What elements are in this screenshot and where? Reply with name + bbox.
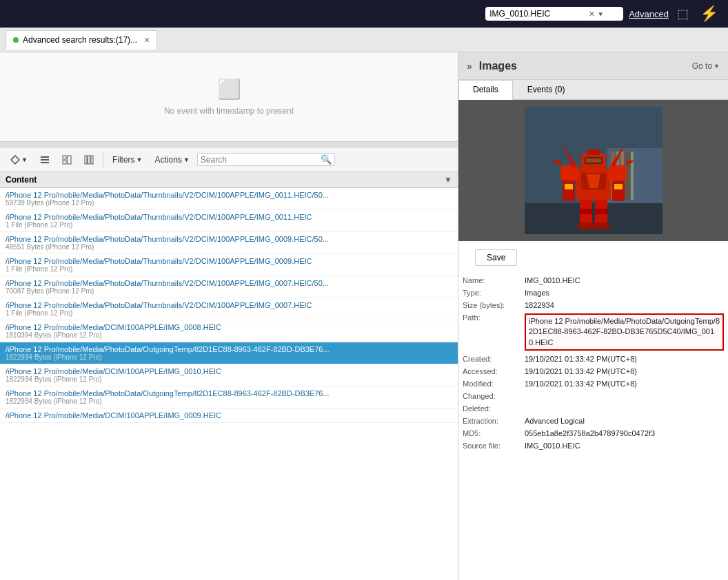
list-item[interactable]: /iPhone 12 Pro/mobile/Media/PhotoData/Th… [0,254,458,276]
detail-value-path: iPhone 12 Pro/mobile/Media/PhotoData/Out… [520,311,728,353]
detail-label: MD5: [458,427,520,439]
detail-view-button[interactable] [57,153,77,167]
content-header: Content ▼ [0,172,458,188]
detail-label: Changed: [458,390,520,402]
list-item[interactable]: /iPhone 12 Pro/mobile/Media/PhotoData/Th… [0,276,458,298]
list-item[interactable]: /iPhone 12 Pro/mobile/Media/DCIM/100APPL… [0,364,458,386]
svg-rect-3 [41,162,49,163]
list-item[interactable]: /iPhone 12 Pro/mobile/Media/PhotoData/Th… [0,210,458,232]
detail-label: Extraction: [458,415,520,427]
goto-button[interactable]: Go to ▼ [692,61,720,71]
svg-rect-35 [580,209,592,214]
list-item[interactable]: /iPhone 12 Pro/mobile/Media/PhotoData/Th… [0,232,458,254]
save-button[interactable]: Save [475,249,517,266]
list-item[interactable]: /iPhone 12 Pro/mobile/Media/DCIM/100APPL… [0,408,458,423]
tag-button[interactable]: ▼ [6,153,32,167]
svg-rect-8 [88,156,90,164]
tab-close-button[interactable]: × [144,34,150,45]
detail-value: IMG_0010.HEIC [520,274,728,287]
goto-label: Go to [692,61,712,71]
horizontal-scrollbar[interactable] [0,142,458,147]
svg-rect-17 [631,152,634,200]
clear-search-icon[interactable]: × [589,8,594,19]
right-panel-title: » Images [467,60,517,72]
search-icon[interactable]: 🔍 [321,154,332,165]
item-path: /iPhone 12 Pro/mobile/Media/DCIM/100APPL… [6,323,452,331]
detail-value [520,402,728,415]
collapse-icon[interactable]: » [467,61,472,72]
item-path: /iPhone 12 Pro/mobile/Media/PhotoData/Th… [6,257,452,265]
top-bar: × ▼ Advanced ⬚ ⚡ [0,0,728,28]
list-item[interactable]: /iPhone 12 Pro/mobile/Media/DCIM/100APPL… [0,320,458,342]
filters-button[interactable]: Filters ▼ [108,153,148,167]
svg-rect-24 [587,149,600,155]
toolbar-search-box[interactable]: 🔍 [197,153,335,166]
top-search-input[interactable] [489,9,586,19]
list-item[interactable]: /iPhone 12 Pro/mobile/Media/PhotoData/Th… [0,188,458,210]
toolbar-search-input[interactable] [201,155,318,165]
menu-icon[interactable]: ⚡ [697,5,721,23]
detail-label: Size (bytes): [458,299,520,311]
svg-rect-7 [85,156,87,164]
detail-row-md5: MD5: 055eb1a8e2f3758a2b4789790c0472f3 [458,427,728,439]
item-meta: 59739 Bytes (iPhone 12 Pro) [6,199,452,207]
detail-value: 055eb1a8e2f3758a2b4789790c0472f3 [520,427,728,439]
toolbar: ▼ Filters ▼ Actions ▼ 🔍 [0,147,458,172]
columns-view-button[interactable] [79,153,99,167]
item-path: /iPhone 12 Pro/mobile/Media/PhotoData/Th… [6,279,452,287]
right-panel: » Images Go to ▼ Details Events (0) [458,52,728,580]
item-meta: 70087 Bytes (iPhone 12 Pro) [6,287,452,295]
detail-row-source: Source file: IMG_0010.HEIC [458,439,728,452]
item-meta: 1822934 Bytes (iPhone 12 Pro) [6,397,452,405]
list-item[interactable]: /iPhone 12 Pro/mobile/Media/PhotoData/Th… [0,298,458,320]
filters-dropdown-icon: ▼ [136,156,143,163]
detail-row-created: Created: 19/10/2021 01:33:42 PM(UTC+8) [458,353,728,365]
detail-value [520,390,728,402]
detail-value: Advanced Logical [520,415,728,427]
preview-image [525,107,663,234]
detail-value: 19/10/2021 01:33:42 PM(UTC+8) [520,377,728,390]
tab-details[interactable]: Details [458,80,513,100]
content-header-dropdown[interactable]: ▼ [444,175,452,185]
tag-dropdown-icon: ▼ [21,156,28,163]
actions-button[interactable]: Actions ▼ [150,153,194,167]
item-meta: 1810394 Bytes (iPhone 12 Pro) [6,331,452,339]
top-search-box[interactable]: × ▼ [485,7,623,21]
svg-rect-38 [593,222,609,229]
svg-rect-36 [595,209,607,214]
main-content: ⬜ No event with timestamp to present ▼ [0,52,728,580]
detail-row-extraction: Extraction: Advanced Logical [458,415,728,427]
svg-rect-26 [609,165,627,180]
detail-row-name: Name: IMG_0010.HEIC [458,274,728,287]
advanced-button[interactable]: Advanced [629,9,669,19]
item-meta: 48551 Bytes (iPhone 12 Pro) [6,243,452,251]
screenshot-icon[interactable]: ⬚ [674,6,691,21]
svg-rect-1 [41,156,49,158]
svg-rect-31 [565,184,573,189]
svg-rect-25 [560,165,578,180]
image-preview-area [458,100,728,241]
detail-value: 1822934 [520,299,728,311]
details-table: Name: IMG_0010.HEIC Type: Images Size (b… [458,274,728,452]
tab-bar: Advanced search results:(17)... × [0,28,728,52]
right-panel-tabs: Details Events (0) [458,80,728,100]
svg-rect-5 [63,160,66,164]
detail-row-deleted: Deleted: [458,402,728,415]
detail-label: Deleted: [458,402,520,415]
item-meta: 1822934 Bytes (iPhone 12 Pro) [6,375,452,383]
svg-rect-4 [63,156,66,159]
search-dropdown-icon[interactable]: ▼ [597,10,604,18]
list-item-selected[interactable]: /iPhone 12 Pro/mobile/Media/PhotoData/Ou… [0,342,458,364]
list-item[interactable]: /iPhone 12 Pro/mobile/Media/PhotoData/Ou… [0,386,458,408]
advanced-search-tab[interactable]: Advanced search results:(17)... × [6,30,157,50]
item-path: /iPhone 12 Pro/mobile/Media/PhotoData/Ou… [6,389,452,397]
save-button-container: Save [458,241,728,274]
detail-value: 19/10/2021 01:33:42 PM(UTC+8) [520,353,728,365]
svg-rect-2 [41,159,49,160]
content-list: /iPhone 12 Pro/mobile/Media/PhotoData/Th… [0,188,458,580]
list-view-button[interactable] [35,153,54,167]
tab-events[interactable]: Events (0) [513,80,580,99]
detail-value: 19/10/2021 01:33:42 PM(UTC+8) [520,365,728,377]
item-path: /iPhone 12 Pro/mobile/Media/DCIM/100APPL… [6,411,452,420]
svg-rect-29 [563,180,575,201]
